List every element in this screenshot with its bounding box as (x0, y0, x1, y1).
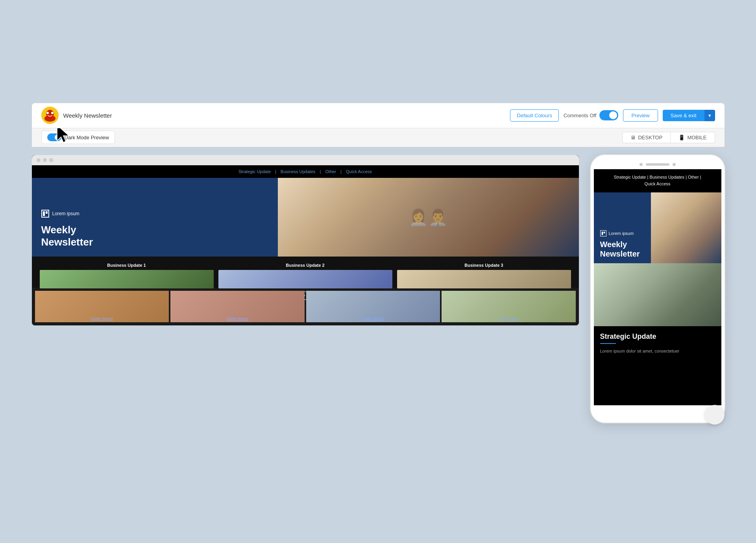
city-mexico: Inside Mexico (170, 291, 305, 322)
mobile-hero-container: Lorem ipsum Weekly Newsletter (594, 192, 721, 263)
city-mexico-label[interactable]: Inside Mexico (170, 317, 305, 321)
biz-cards: Business Update 1 Know more Business Upd… (40, 263, 571, 281)
biz-card-1-image (40, 270, 214, 288)
comments-label: Comments Off (564, 113, 597, 118)
hero-logo-svg (43, 211, 48, 216)
mobile-strategic-title: Strategic Update (600, 332, 715, 341)
nav-item-quick[interactable]: Quick Access (346, 169, 372, 174)
mobile-hero-logo-icon (600, 230, 606, 236)
biz-card-1-title: Business Update 1 (40, 263, 214, 268)
hero-logo: Lorem ipsum (41, 210, 269, 218)
city-madrid: Inside Madrid (306, 291, 440, 322)
mobile-nav-sep3: | (700, 175, 701, 179)
mobile-camera-2 (673, 163, 676, 166)
mobile-strategic-section: Strategic Update Lorem ipsum dolor sit a… (594, 326, 721, 361)
main-content: Strategic Update | Business Updates | Ot… (32, 147, 725, 440)
mobile-hero-logo-text: Lorem ipsum (609, 231, 634, 236)
hero-title: Weekly Newsletter (41, 224, 269, 248)
mobile-content: Strategic Update | Business Updates | Ot… (594, 169, 721, 405)
comments-toggle[interactable] (599, 110, 618, 120)
biz-card-3-title: Business Update 3 (397, 263, 571, 268)
comments-area: Comments Off (564, 110, 619, 120)
mobile-floating-circle (705, 405, 725, 425)
default-colours-button[interactable]: Default Colours (510, 109, 559, 122)
nav-separator-3: | (340, 169, 343, 174)
city-toronto: Inside Toronto (35, 291, 169, 322)
svg-rect-7 (46, 211, 48, 214)
mobile-nav: Strategic Update | Business Updates | Ot… (594, 169, 721, 192)
business-updates-section: Business Update 1 Know more Business Upd… (32, 257, 579, 288)
mobile-nav-quick[interactable]: Quick Access (644, 181, 670, 186)
mobile-nav-strategic[interactable]: Strategic Update (614, 175, 646, 179)
mobile-label: MOBILE (687, 135, 706, 140)
chrome-dot-1 (37, 158, 41, 162)
save-exit-caret[interactable]: ▾ (704, 110, 715, 121)
hero-blue-panel: Lorem ipsum Weekly Newsletter (32, 178, 278, 257)
svg-rect-9 (603, 231, 605, 233)
mobile-notch-bar (594, 158, 721, 169)
app-logo-area: Weekly Newsletter (41, 107, 112, 124)
dark-mode-toggle-area[interactable]: Dark Mode Preview (41, 131, 115, 144)
chrome-dot-2 (43, 158, 47, 162)
mobile-hero-title: Weekly Newsletter (600, 240, 658, 259)
biz-card-3: Business Update 3 Know more (397, 263, 571, 281)
desktop-icon: 🖥 (630, 135, 636, 140)
nav-item-strategic[interactable]: Strategic Update (238, 169, 271, 174)
nav-item-other[interactable]: Other (325, 169, 336, 174)
svg-rect-6 (43, 211, 45, 216)
svg-rect-8 (601, 231, 603, 235)
mobile-strategic-line (600, 343, 616, 344)
mobile-hero-photo (651, 192, 721, 263)
desktop-label: DESKTOP (638, 135, 662, 140)
mobile-camera (640, 163, 643, 166)
browser-chrome (32, 155, 579, 165)
mobile-button[interactable]: 📱 MOBILE (671, 132, 715, 143)
hero-logo-text: Lorem ipsum (52, 211, 79, 216)
save-exit-group: Save & exit ▾ (663, 110, 715, 121)
mobile-frame: Strategic Update | Business Updates | Ot… (591, 155, 725, 423)
desktop-button[interactable]: 🖥 DESKTOP (622, 132, 671, 143)
nav-separator-2: | (320, 169, 322, 174)
mobile-hero-logo: Lorem ipsum (600, 230, 658, 236)
top-bar: Weekly Newsletter Default Colours Commen… (32, 103, 725, 128)
hero-logo-icon (41, 210, 49, 218)
chrome-dot-3 (49, 158, 53, 162)
app-logo-icon (41, 107, 59, 124)
desktop-preview: Strategic Update | Business Updates | Ot… (32, 155, 579, 325)
hero-photo (278, 178, 579, 257)
mobile-preview-wrapper: Strategic Update | Business Updates | Ot… (591, 155, 725, 432)
nav-item-business[interactable]: Business Updates (281, 169, 316, 174)
mobile-nav-other[interactable]: Other (688, 175, 699, 179)
biz-card-3-image (397, 270, 571, 288)
dark-mode-label: Dark Mode Preview (65, 135, 109, 140)
mobile-group-photo (594, 263, 721, 326)
city-tokyo-label[interactable]: Inside Tokyo (442, 317, 576, 321)
mobile-nav-business[interactable]: Business Updates (649, 175, 684, 179)
mobile-logo-svg (601, 231, 605, 235)
newsletter-nav: Strategic Update | Business Updates | Ot… (32, 165, 579, 178)
app-title: Weekly Newsletter (63, 112, 112, 119)
top-bar-actions: Default Colours Comments Off Preview Sav… (510, 109, 715, 122)
preview-bar: Dark Mode Preview 🖥 DESKTOP 📱 MOBILE (32, 128, 725, 147)
save-exit-button[interactable]: Save & exit (663, 110, 704, 121)
device-options: 🖥 DESKTOP 📱 MOBILE (622, 132, 715, 143)
mobile-strategic-text: Lorem ipsum dolor sit amet, consectetuer (600, 348, 715, 355)
mobile-icon: 📱 (678, 135, 685, 140)
svg-point-4 (51, 112, 54, 114)
newsletter-hero: Lorem ipsum Weekly Newsletter (32, 178, 579, 257)
svg-point-3 (46, 112, 49, 114)
biz-card-1: Business Update 1 Know more (40, 263, 214, 281)
biz-card-2-title: Business Update 2 (218, 263, 392, 268)
city-toronto-label[interactable]: Inside Toronto (35, 317, 169, 321)
mobile-speaker (646, 163, 669, 166)
city-madrid-label[interactable]: Inside Madrid (306, 317, 440, 321)
biz-card-2-image (218, 270, 392, 288)
city-tokyo: Inside Tokyo (442, 291, 576, 322)
nav-separator-1: | (275, 169, 277, 174)
preview-button[interactable]: Preview (623, 109, 658, 122)
photo-people (278, 178, 579, 257)
biz-card-2: Business Update 2 Know more (218, 263, 392, 281)
